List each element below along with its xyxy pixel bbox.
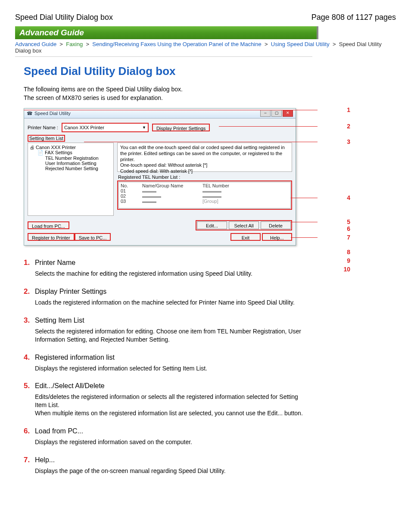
chevron-down-icon: ▼ <box>142 124 146 131</box>
list-cell: [Group] <box>202 199 218 204</box>
minimize-button[interactable]: – <box>260 110 271 117</box>
main-heading: Speed Dial Utility Dialog box <box>24 65 396 78</box>
breadcrumb-advanced-guide[interactable]: Advanced Guide <box>15 41 56 47</box>
callout-9: 9 <box>347 257 350 264</box>
callout-2: 2 <box>347 123 350 130</box>
step-number: 1. <box>24 258 33 267</box>
help-button[interactable]: Help... <box>262 233 292 241</box>
callout-5: 5 <box>347 218 350 225</box>
col-name: Name/Group Name <box>142 183 194 188</box>
list-cell: ▬▬▬ <box>142 188 194 193</box>
maximize-button[interactable]: ▢ <box>271 110 282 117</box>
list-cell: ▬▬▬▬ <box>142 193 194 199</box>
save-to-pc-button[interactable]: Save to PC... <box>75 233 111 241</box>
step-number: 3. <box>24 316 33 325</box>
edit-button[interactable]: Edit... <box>197 221 227 229</box>
callout-1: 1 <box>347 106 350 113</box>
list-cell: 03 <box>121 199 134 204</box>
steps-list: 1. Printer Name Selects the machine for … <box>24 258 396 475</box>
dialog-title: Speed Dial Utility <box>34 111 71 116</box>
step-desc: Loads the registered information on the … <box>35 299 311 307</box>
exit-button[interactable]: Exit <box>230 233 261 241</box>
callout-10: 10 <box>343 266 350 273</box>
list-row[interactable]: 02▬▬▬▬▬▬▬▬ <box>121 193 289 199</box>
breadcrumb: Advanced Guide > Faxing > Sending/Receiv… <box>15 41 396 54</box>
step-title: Registered information list <box>35 354 115 361</box>
tree-tel-number[interactable]: TEL Number Registration <box>45 156 112 161</box>
tree-user-info[interactable]: User Information Setting <box>45 161 112 166</box>
step-desc: Edits/deletes the registered information… <box>35 393 311 417</box>
step-title: Load from PC... <box>35 427 83 435</box>
printer-name-select[interactable]: Canon XXX Printer ▼ <box>62 123 149 132</box>
step-number: 7. <box>24 456 33 464</box>
step-desc: Selects the registered information for e… <box>35 327 311 344</box>
description-box: You can edit the one-touch speed dial or… <box>117 143 292 172</box>
list-row[interactable]: 01▬▬▬▬▬▬▬ <box>121 188 289 193</box>
col-tel: TEL Number <box>202 183 229 188</box>
step-title: Printer Name <box>35 259 75 266</box>
step-number: 4. <box>24 353 33 362</box>
breadcrumb-sep: > <box>331 41 337 47</box>
close-button[interactable]: ✕ <box>283 110 293 117</box>
load-from-pc-button[interactable]: Load from PC... <box>28 221 69 229</box>
list-cell: ▬▬▬▬ <box>202 193 221 199</box>
breadcrumb-sending-receiving[interactable]: Sending/Receiving Faxes Using the Operat… <box>92 41 261 47</box>
step-number: 6. <box>24 427 33 436</box>
breadcrumb-using-speed-dial[interactable]: Using Speed Dial Utility <box>271 41 330 47</box>
tree-root[interactable]: Canon XXX Printer <box>36 145 76 150</box>
step-title: Display Printer Settings <box>35 288 106 295</box>
registered-info-list[interactable]: No. Name/Group Name TEL Number 01▬▬▬▬▬▬▬… <box>118 182 291 208</box>
select-all-button[interactable]: Select All <box>229 221 259 229</box>
list-cell: ▬▬▬ <box>142 199 194 204</box>
step-desc: Displays the registered information save… <box>35 438 311 446</box>
intro-line-1: The following items are on the Speed Dia… <box>24 86 396 93</box>
list-row[interactable]: 03▬▬▬[Group] <box>121 199 289 204</box>
callout-6: 6 <box>347 225 350 232</box>
step-title: Help... <box>35 456 55 464</box>
step-title: Setting Item List <box>35 317 84 324</box>
page-title: Speed Dial Utility Dialog box <box>15 13 113 22</box>
intro-line-2: The screen of MX870 series is used for e… <box>24 94 396 101</box>
desc-line-3: Coded speed dial: With asterisk [*] <box>120 168 289 174</box>
step-desc: Displays the registered information sele… <box>35 364 311 373</box>
callout-7: 7 <box>347 234 350 241</box>
list-cell: ▬▬▬▬ <box>202 188 221 193</box>
step-number: 2. <box>24 287 33 296</box>
step-number: 5. <box>24 382 33 390</box>
desc-line-2: One-touch speed dial: Without asterisk [… <box>120 162 289 168</box>
step-desc: Selects the machine for editing the regi… <box>35 270 311 278</box>
page-counter: Page 808 of 1127 pages <box>311 13 396 22</box>
printer-name-label: Printer Name : <box>28 125 58 130</box>
dialog-screenshot: ☎ Speed Dial Utility – ▢ ✕ Printer Name … <box>24 108 334 246</box>
callout-4: 4 <box>347 194 350 201</box>
printer-name-value: Canon XXX Printer <box>64 124 104 131</box>
col-no: No. <box>121 183 134 188</box>
tree-fax-settings[interactable]: FAX Settings <box>45 150 72 155</box>
tree-rejected-number[interactable]: Rejected Number Setting <box>45 166 112 171</box>
breadcrumb-faxing[interactable]: Faxing <box>66 41 83 47</box>
breadcrumb-sep: > <box>84 41 91 47</box>
registered-list-label: Registered TEL Number List : <box>118 174 292 180</box>
list-cell: 02 <box>121 193 134 199</box>
setting-item-tree[interactable]: 🖨 Canon XXX Printer 📄 FAX Settings TEL N… <box>28 143 114 216</box>
callout-3: 3 <box>347 138 350 145</box>
phone-icon: ☎ <box>27 111 33 116</box>
delete-button[interactable]: Delete <box>261 221 291 229</box>
divider <box>15 56 312 57</box>
display-printer-settings-button[interactable]: Display Printer Settings <box>152 124 210 131</box>
breadcrumb-sep: > <box>263 41 269 47</box>
setting-item-list-label: Setting Item List <box>28 135 65 142</box>
list-cell: 01 <box>121 188 134 193</box>
breadcrumb-sep: > <box>58 41 65 47</box>
step-title: Edit.../Select All/Delete <box>35 382 105 389</box>
step-desc: Displays the page of the on-screen manua… <box>35 467 311 475</box>
desc-line-1: You can edit the one-touch speed dial or… <box>120 145 289 162</box>
banner-advanced-guide: Advanced Guide <box>15 26 318 39</box>
register-to-printer-button[interactable]: Register to Printer <box>28 233 75 241</box>
callout-8: 8 <box>347 249 350 255</box>
